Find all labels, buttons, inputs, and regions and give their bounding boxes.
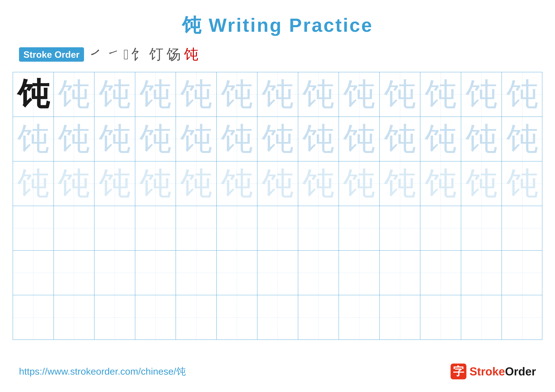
grid-cell-2-1[interactable]: 饨 bbox=[13, 117, 54, 161]
grid-cell-2-12[interactable]: 饨 bbox=[461, 117, 502, 161]
stroke-5: 饤 bbox=[149, 45, 163, 64]
grid-cell-5-3[interactable] bbox=[95, 251, 135, 295]
grid-cell-6-7[interactable] bbox=[257, 295, 298, 340]
grid-cell-2-9[interactable]: 饨 bbox=[339, 117, 380, 161]
grid-cell-1-12[interactable]: 饨 bbox=[461, 72, 502, 117]
grid-cell-2-3[interactable]: 饨 bbox=[95, 117, 135, 161]
grid-row-5 bbox=[13, 251, 542, 295]
grid-cell-5-12[interactable] bbox=[461, 251, 502, 295]
grid-cell-3-9[interactable]: 饨 bbox=[339, 161, 380, 206]
grid-cell-5-8[interactable] bbox=[298, 251, 339, 295]
char-display: 饨 bbox=[221, 162, 253, 205]
grid-cell-6-2[interactable] bbox=[54, 295, 95, 340]
grid-cell-3-5[interactable]: 饨 bbox=[176, 161, 217, 206]
grid-cell-1-5[interactable]: 饨 bbox=[176, 72, 217, 117]
stroke-sequence: ㇒ ㇀ 𠃋 饣 饤 饧 饨 bbox=[89, 45, 198, 64]
grid-cell-6-8[interactable] bbox=[298, 295, 339, 340]
grid-cell-4-12[interactable] bbox=[461, 206, 502, 250]
grid-cell-2-8[interactable]: 饨 bbox=[298, 117, 339, 161]
grid-cell-3-6[interactable]: 饨 bbox=[217, 161, 258, 206]
char-display: 饨 bbox=[506, 118, 538, 160]
grid-cell-2-5[interactable]: 饨 bbox=[176, 117, 217, 161]
grid-cell-3-7[interactable]: 饨 bbox=[257, 161, 298, 206]
grid-cell-4-13[interactable] bbox=[502, 206, 543, 250]
grid-cell-6-9[interactable] bbox=[339, 295, 380, 340]
grid-cell-6-6[interactable] bbox=[217, 295, 258, 340]
grid-cell-2-6[interactable]: 饨 bbox=[217, 117, 258, 161]
grid-cell-1-10[interactable]: 饨 bbox=[380, 72, 421, 117]
grid-cell-5-10[interactable] bbox=[380, 251, 421, 295]
grid-cell-1-7[interactable]: 饨 bbox=[257, 72, 298, 117]
grid-cell-5-11[interactable] bbox=[420, 251, 461, 295]
grid-cell-1-6[interactable]: 饨 bbox=[217, 72, 258, 117]
char-display: 饨 bbox=[506, 73, 538, 116]
char-display: 饨 bbox=[58, 73, 90, 116]
grid-cell-4-5[interactable] bbox=[176, 206, 217, 250]
grid-cell-2-11[interactable]: 饨 bbox=[420, 117, 461, 161]
char-display: 饨 bbox=[425, 73, 456, 116]
grid-cell-3-12[interactable]: 饨 bbox=[461, 161, 502, 206]
grid-row-6 bbox=[13, 295, 542, 340]
grid-cell-4-2[interactable] bbox=[54, 206, 95, 250]
grid-cell-3-2[interactable]: 饨 bbox=[54, 161, 95, 206]
grid-cell-3-4[interactable]: 饨 bbox=[135, 161, 176, 206]
grid-cell-2-4[interactable]: 饨 bbox=[135, 117, 176, 161]
grid-cell-4-7[interactable] bbox=[257, 206, 298, 250]
grid-cell-4-3[interactable] bbox=[95, 206, 135, 250]
grid-cell-4-8[interactable] bbox=[298, 206, 339, 250]
grid-cell-2-10[interactable]: 饨 bbox=[380, 117, 421, 161]
char-display: 饨 bbox=[425, 162, 456, 205]
grid-cell-3-8[interactable]: 饨 bbox=[298, 161, 339, 206]
grid-cell-4-4[interactable] bbox=[135, 206, 176, 250]
grid-cell-2-13[interactable]: 饨 bbox=[502, 117, 543, 161]
grid-cell-5-13[interactable] bbox=[502, 251, 543, 295]
grid-cell-6-11[interactable] bbox=[420, 295, 461, 340]
grid-cell-5-7[interactable] bbox=[257, 251, 298, 295]
char-display: 饨 bbox=[466, 118, 497, 160]
grid-cell-1-11[interactable]: 饨 bbox=[420, 72, 461, 117]
stroke-1: ㇒ bbox=[89, 45, 103, 64]
footer-url[interactable]: https://www.strokeorder.com/chinese/饨 bbox=[19, 365, 186, 378]
logo-order-text: Order bbox=[505, 365, 536, 378]
grid-cell-3-1[interactable]: 饨 bbox=[13, 161, 54, 206]
grid-cell-4-11[interactable] bbox=[420, 206, 461, 250]
grid-cell-1-2[interactable]: 饨 bbox=[54, 72, 95, 117]
grid-cell-2-2[interactable]: 饨 bbox=[54, 117, 95, 161]
grid-cell-4-1[interactable] bbox=[13, 206, 54, 250]
grid-cell-4-9[interactable] bbox=[339, 206, 380, 250]
char-display: 饨 bbox=[99, 162, 131, 205]
grid-cell-6-5[interactable] bbox=[176, 295, 217, 340]
grid-cell-5-5[interactable] bbox=[176, 251, 217, 295]
grid-cell-1-8[interactable]: 饨 bbox=[298, 72, 339, 117]
grid-cell-6-13[interactable] bbox=[502, 295, 543, 340]
grid-cell-5-1[interactable] bbox=[13, 251, 54, 295]
grid-cell-6-3[interactable] bbox=[95, 295, 135, 340]
grid-cell-3-13[interactable]: 饨 bbox=[502, 161, 543, 206]
char-display: 饨 bbox=[99, 73, 131, 116]
grid-cell-6-1[interactable] bbox=[13, 295, 54, 340]
char-display: 饨 bbox=[262, 162, 293, 205]
grid-cell-1-9[interactable]: 饨 bbox=[339, 72, 380, 117]
grid-cell-6-12[interactable] bbox=[461, 295, 502, 340]
writing-grid: 饨 饨 饨 饨 饨 饨 饨 饨 饨 饨 饨 饨 bbox=[13, 72, 542, 340]
grid-cell-6-10[interactable] bbox=[380, 295, 421, 340]
grid-cell-2-7[interactable]: 饨 bbox=[257, 117, 298, 161]
grid-cell-6-4[interactable] bbox=[135, 295, 176, 340]
grid-cell-1-13[interactable]: 饨 bbox=[502, 72, 543, 117]
grid-cell-1-4[interactable]: 饨 bbox=[135, 72, 176, 117]
grid-cell-1-1[interactable]: 饨 bbox=[13, 72, 54, 117]
grid-cell-5-6[interactable] bbox=[217, 251, 258, 295]
stroke-6: 饧 bbox=[167, 45, 181, 64]
grid-cell-5-9[interactable] bbox=[339, 251, 380, 295]
title-char: 饨 bbox=[182, 14, 202, 36]
char-display: 饨 bbox=[139, 118, 171, 160]
grid-cell-4-6[interactable] bbox=[217, 206, 258, 250]
footer: https://www.strokeorder.com/chinese/饨 字 … bbox=[0, 363, 555, 379]
grid-cell-3-10[interactable]: 饨 bbox=[380, 161, 421, 206]
grid-cell-5-2[interactable] bbox=[54, 251, 95, 295]
grid-cell-4-10[interactable] bbox=[380, 206, 421, 250]
grid-cell-3-11[interactable]: 饨 bbox=[420, 161, 461, 206]
grid-cell-5-4[interactable] bbox=[135, 251, 176, 295]
grid-cell-3-3[interactable]: 饨 bbox=[95, 161, 135, 206]
grid-cell-1-3[interactable]: 饨 bbox=[95, 72, 135, 117]
